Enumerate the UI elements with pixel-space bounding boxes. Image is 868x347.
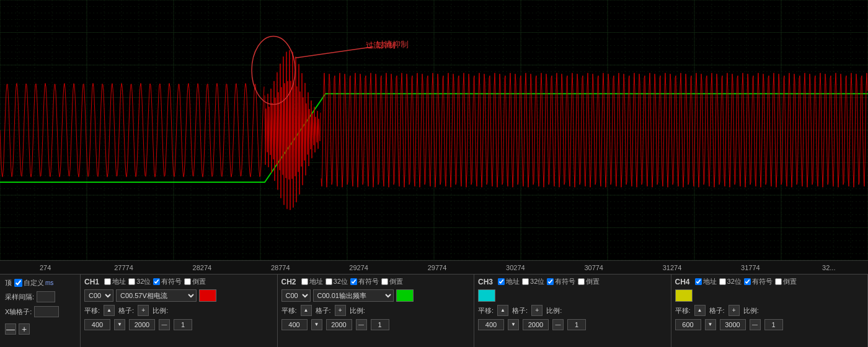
ch-checkbox-1-0[interactable] — [301, 278, 308, 285]
pingyi-input-2[interactable] — [478, 319, 504, 330]
ch-check-1-0: 地址 — [301, 277, 323, 286]
ch-checkbox-label-1-3: 倒置 — [389, 277, 403, 286]
pingyi-up-1[interactable]: ▲ — [301, 305, 312, 316]
ch-bottom-row-0: 平移:▲格子:+比例: — [84, 305, 273, 316]
ch-color-box-2 — [478, 289, 495, 302]
top-label: 顶 — [5, 278, 12, 288]
ch-addr1-select-0[interactable]: C00 — [84, 289, 113, 302]
ch-checkbox-2-2[interactable] — [547, 278, 554, 285]
gezi-input-1[interactable] — [326, 319, 352, 330]
pingyi-down-1[interactable]: ▼ — [311, 319, 322, 330]
time-tick-6: 30274 — [476, 264, 554, 271]
gezi-input-3[interactable] — [720, 319, 746, 330]
pingyi-down-2[interactable]: ▼ — [508, 319, 519, 330]
gezi-label-3: 格子: — [709, 306, 725, 315]
ch-bottom-row2-2: ▼— — [478, 319, 667, 330]
pingyi-up-0[interactable]: ▲ — [104, 305, 115, 316]
ch-check-2-1: 32位 — [522, 277, 544, 286]
ch-checkbox-3-1[interactable] — [719, 278, 726, 285]
pingyi-up-3[interactable]: ▲ — [694, 305, 706, 316]
ch-color-box-3 — [675, 289, 693, 302]
ch-checkbox-2-1[interactable] — [522, 278, 529, 285]
ch-checkbox-label-1-2: 有符号 — [358, 277, 379, 286]
pingyi-up-2[interactable]: ▲ — [497, 305, 508, 316]
pingyi-down-0[interactable]: ▼ — [114, 319, 125, 330]
ch-color-box-0 — [199, 289, 216, 302]
sample-input[interactable]: 2 — [37, 291, 55, 302]
time-tick-10: 32... — [790, 264, 868, 271]
custom-checkbox-label: 自定义 ms — [14, 278, 53, 288]
ch-addr-row-1: C00C00.01输出频率 — [281, 289, 471, 302]
gezi-minus-3[interactable]: — — [750, 319, 761, 330]
ch-checkbox-1-2[interactable] — [350, 278, 357, 285]
ch-panel-ch4: CH4地址32位有符号倒置平移:▲格子:+比例:▼— — [671, 275, 869, 347]
gezi-input-0[interactable] — [129, 319, 155, 330]
pingyi-label-1: 平移: — [281, 306, 297, 315]
ch-checkbox-label-3-1: 32位 — [727, 277, 742, 286]
ch-checkbox-label-3-3: 倒置 — [783, 277, 797, 286]
gezi-label-1: 格子: — [316, 306, 331, 315]
gezi-minus-0[interactable]: — — [159, 319, 170, 330]
pingyi-input-3[interactable] — [675, 319, 701, 330]
ch-addr2-select-1[interactable]: C00.01输出频率 — [313, 289, 394, 302]
ch-check-2-2: 有符号 — [547, 277, 575, 286]
ch-check-0-1: 32位 — [128, 277, 151, 286]
ch-checkbox-2-3[interactable] — [578, 278, 585, 285]
ch-label-ch1: CH1 — [84, 278, 99, 286]
ch-checkbox-3-2[interactable] — [744, 278, 751, 285]
ch-checkbox-0-0[interactable] — [104, 278, 111, 285]
time-tick-8: 31274 — [633, 264, 711, 271]
ch-checkbox-3-3[interactable] — [775, 278, 782, 285]
ch-bottom-row-3: 平移:▲格子:+比例: — [675, 305, 864, 316]
bili-input-0[interactable] — [174, 319, 192, 330]
ch-addr2-select-0[interactable]: C00.57V相电流 — [116, 289, 197, 302]
ch-checkbox-label-0-1: 32位 — [136, 277, 151, 286]
ch-checkbox-0-1[interactable] — [128, 278, 135, 285]
zoom-buttons: — + — [5, 323, 75, 335]
time-tick-5: 29774 — [398, 264, 476, 271]
time-tick-1: 27774 — [84, 264, 162, 271]
zoom-out-button[interactable]: — — [5, 323, 16, 335]
ch-checkbox-2-0[interactable] — [498, 278, 505, 285]
grid-input[interactable]: 500 — [34, 306, 59, 317]
channel-panels: CH1地址32位有符号倒置C00C00.57V相电流平移:▲格子:+比例:▼—C… — [81, 275, 868, 347]
bili-input-2[interactable] — [567, 319, 586, 330]
ch-checkbox-1-1[interactable] — [326, 278, 332, 285]
ch-checkbox-0-3[interactable] — [184, 278, 191, 285]
ch-checkbox-0-2[interactable] — [153, 278, 160, 285]
custom-checkbox[interactable] — [14, 279, 22, 287]
gezi-plus-1[interactable]: + — [335, 305, 346, 316]
ch-checkbox-label-1-0: 地址 — [309, 277, 323, 286]
ch-bottom-row-2: 平移:▲格子:+比例: — [478, 305, 667, 316]
gezi-plus-3[interactable]: + — [728, 305, 740, 316]
ch-check-2-3: 倒置 — [578, 277, 600, 286]
sample-row: 采样间隔: 2 — [5, 291, 75, 302]
pingyi-input-1[interactable] — [281, 319, 308, 330]
ch-checkbox-1-3[interactable] — [381, 278, 388, 285]
bili-label-2: 比例: — [546, 306, 562, 315]
ch-check-0-2: 有符号 — [153, 277, 182, 286]
bili-input-1[interactable] — [371, 319, 389, 330]
ch-addr1-select-1[interactable]: C00 — [281, 289, 311, 302]
gezi-minus-2[interactable]: — — [552, 319, 564, 330]
gezi-minus-1[interactable]: — — [356, 319, 367, 330]
ch-label-ch3: CH3 — [478, 278, 493, 286]
chart-area: 过流抑制 — [0, 0, 868, 260]
bili-input-3[interactable] — [764, 319, 783, 330]
ch-check-3-2: 有符号 — [744, 277, 773, 286]
ch-panel-ch3: CH3地址32位有符号倒置平移:▲格子:+比例:▼— — [474, 275, 671, 347]
pingyi-label-0: 平移: — [84, 306, 100, 315]
ch-checkbox-label-2-1: 32位 — [530, 277, 544, 286]
zoom-in-button[interactable]: + — [19, 323, 30, 335]
ch-checkbox-3-0[interactable] — [695, 278, 702, 285]
gezi-plus-0[interactable]: + — [138, 305, 149, 316]
pingyi-down-3[interactable]: ▼ — [705, 319, 716, 330]
time-tick-3: 28774 — [241, 264, 319, 271]
gezi-input-2[interactable] — [523, 319, 549, 330]
pingyi-input-0[interactable] — [84, 319, 110, 330]
ch-top-row-2: CH3地址32位有符号倒置 — [478, 277, 667, 286]
gezi-plus-2[interactable]: + — [531, 305, 542, 316]
ch-check-1-1: 32位 — [326, 277, 348, 286]
ch-check-1-2: 有符号 — [350, 277, 379, 286]
bili-label-3: 比例: — [743, 306, 759, 315]
